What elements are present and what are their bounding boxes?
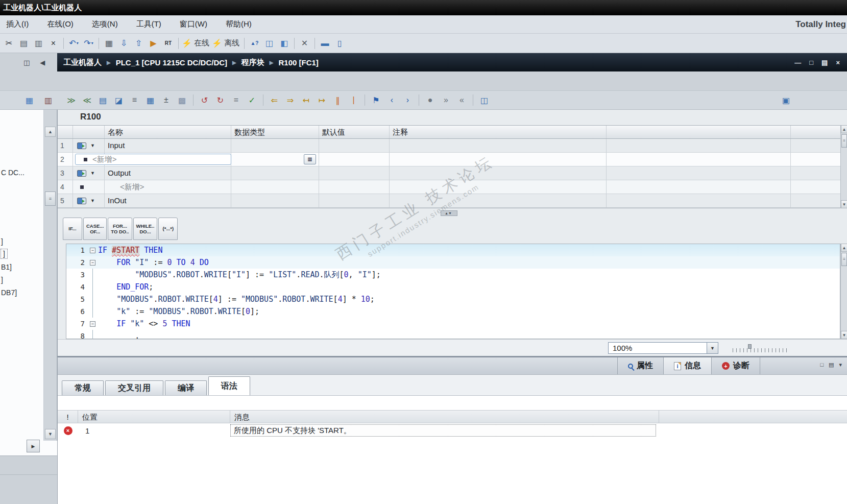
tree-item-fragment[interactable]: ] — [1, 249, 7, 258]
name-cell[interactable]: <新增> — [105, 180, 231, 194]
open-in-editor-icon[interactable]: ▣ — [779, 93, 793, 107]
restore-panel-button[interactable]: □ — [820, 362, 824, 368]
start-runtime-icon[interactable]: RT — [161, 37, 175, 50]
previous-position-icon[interactable]: ⇐ — [268, 93, 281, 107]
append-line-icon[interactable]: ≪ — [80, 93, 94, 107]
favorites-icon[interactable]: ▩ — [175, 93, 189, 107]
name-cell[interactable]: Input — [105, 139, 231, 152]
tab-properties[interactable]: 属性 — [617, 357, 663, 374]
tree-item-fragment[interactable]: ] — [1, 237, 3, 246]
comment-lines-icon[interactable]: ∥ — [331, 93, 345, 107]
name-cell[interactable]: InOut — [105, 194, 231, 207]
splitter-handle[interactable]: ▴▾ — [58, 209, 840, 217]
fold-minus-icon[interactable]: − — [90, 248, 95, 253]
pin-panel-icon[interactable]: ◫ — [23, 59, 30, 66]
default-value-cell[interactable] — [319, 153, 390, 166]
name-cell[interactable]: <新增> — [105, 153, 231, 166]
cross-reference-icon[interactable]: ✕ — [298, 37, 311, 50]
tree-scrollbar-thumb[interactable]: ≡ — [45, 191, 56, 206]
column-header-position[interactable]: 位置 — [78, 411, 230, 423]
menu-item[interactable]: 选项(N) — [92, 19, 118, 29]
indent-icon[interactable]: ↦ — [315, 93, 329, 107]
expand-tree-button[interactable]: ▶ — [27, 440, 40, 452]
close-button[interactable]: × — [836, 59, 840, 66]
code-line[interactable]: 3 "MODBUS".ROBOT.WRITE["I"] := "LIST".RE… — [66, 269, 840, 281]
splitter-grip-icon[interactable]: ▴▾ — [441, 210, 457, 216]
breadcrumb-item[interactable]: 工业机器人 — [63, 58, 102, 67]
code-scroll-up-icon[interactable]: ▲ — [841, 244, 847, 252]
default-value-cell[interactable] — [319, 194, 390, 207]
name-editor-field[interactable]: <新增> — [105, 154, 231, 165]
user-administration-icon[interactable]: ● — [423, 93, 437, 107]
zoom-dropdown-button[interactable]: ▼ — [707, 343, 718, 353]
expand-arrow-icon[interactable]: ▼ — [90, 166, 95, 180]
column-header-datatype[interactable]: 数据类型 — [231, 126, 319, 138]
fold-toggle-icon[interactable]: − — [89, 318, 98, 330]
interface-row[interactable]: 1▼Input — [58, 139, 840, 153]
code-line[interactable]: 1−IF #START THEN — [66, 244, 840, 256]
code-line[interactable]: 8 . — [66, 330, 840, 339]
subtab-交叉引用[interactable]: 交叉引用 — [105, 380, 163, 395]
set-bookmark-icon[interactable]: ⚑ — [369, 93, 383, 107]
datatype-picker-button[interactable]: ▦ — [304, 154, 316, 164]
split-editor-vertical-icon[interactable]: ▯ — [333, 37, 347, 50]
datatype-cell[interactable] — [231, 166, 319, 180]
code-scroll-down-icon[interactable]: ▼ — [841, 331, 847, 339]
column-header-message[interactable]: 消息 — [230, 411, 659, 423]
breadcrumb-item[interactable]: R100 [FC1] — [279, 58, 319, 67]
table-scroll-down-icon[interactable]: ▼ — [841, 200, 847, 208]
redo-icon[interactable]: ↷▾ — [82, 37, 95, 50]
column-header-name[interactable]: 名称 — [105, 126, 231, 138]
menu-item[interactable]: 帮助(H) — [226, 19, 252, 29]
column-header-severity[interactable]: ! — [58, 411, 78, 423]
apply-start-values-icon[interactable]: ↻ — [213, 93, 227, 107]
tree-item-fragment[interactable]: C DC... — [1, 169, 25, 177]
go-offline-button[interactable]: ⚡离线 — [212, 37, 241, 50]
dock-button[interactable]: ▤ — [821, 59, 828, 66]
restore-button[interactable]: □ — [809, 59, 813, 66]
open-block-icon[interactable]: ▤ — [96, 93, 110, 107]
start-simulation-icon[interactable]: ◫ — [262, 37, 276, 50]
minimize-button[interactable]: — — [794, 59, 801, 66]
snippet-comment[interactable]: (*...*) — [158, 218, 178, 240]
network-comments-icon[interactable]: ≡ — [128, 93, 141, 107]
datatype-cell[interactable] — [231, 180, 319, 194]
code-scrollbar-thumb[interactable]: ≡ — [841, 253, 847, 266]
datatype-cell[interactable]: ▦ — [231, 153, 319, 166]
tree-scroll-down-icon[interactable]: ▼ — [45, 429, 56, 439]
code-line[interactable]: 6 "k" := "MODBUS".ROBOT.WRITE[0]; — [66, 305, 840, 318]
subtab-语法[interactable]: 语法 — [208, 376, 250, 395]
default-value-cell[interactable] — [319, 180, 390, 194]
interface-row[interactable]: 4<新增> — [58, 180, 840, 194]
code-line[interactable]: 2− FOR "I" := 0 TO 4 DO — [66, 256, 840, 269]
menu-item[interactable]: 插入(I) — [6, 19, 29, 29]
message-text[interactable]: 所使用的 CPU 不支持块 'START。 — [230, 424, 656, 437]
expand-all-icon[interactable]: » — [439, 93, 453, 107]
column-header-comment[interactable]: 注释 — [390, 126, 607, 138]
breadcrumb-item[interactable]: 程序块 — [241, 58, 264, 67]
delete-icon[interactable]: × — [46, 37, 60, 50]
name-cell[interactable]: Output — [105, 166, 231, 180]
accessible-devices-icon[interactable]: ▲? — [248, 37, 261, 50]
collapse-panel-icon[interactable]: ◀ — [40, 59, 45, 66]
menu-item[interactable]: 在线(O) — [47, 19, 74, 29]
code-line[interactable]: 7− IF "k" <> 5 THEN — [66, 318, 840, 330]
table-scroll-up-icon[interactable]: ▲ — [841, 125, 847, 133]
next-bookmark-icon[interactable]: › — [401, 93, 415, 107]
uncomment-lines-icon[interactable]: | — [347, 93, 360, 107]
tab-diagnostics[interactable]: +诊断 — [711, 357, 760, 374]
interface-row[interactable]: 5▼InOut — [58, 194, 840, 208]
compile-icon[interactable]: ▦ — [102, 37, 116, 50]
subtab-编译[interactable]: 编译 — [165, 380, 207, 395]
insert-network-icon[interactable]: ▦ — [143, 93, 157, 107]
panel-list-button[interactable]: ▤ — [829, 362, 834, 368]
paste-icon[interactable]: ▥ — [32, 37, 45, 50]
fold-toggle-icon[interactable]: − — [89, 256, 98, 269]
expand-arrow-icon[interactable]: ▼ — [90, 194, 95, 207]
snippet-case[interactable]: CASE...OF... — [83, 218, 107, 240]
interface-row[interactable]: 2<新增>▦ — [58, 153, 840, 166]
datatype-cell[interactable] — [231, 139, 319, 152]
fold-minus-icon[interactable]: − — [90, 321, 95, 327]
table-scrollbar-thumb[interactable]: ≡ — [841, 134, 847, 148]
call-structure-icon[interactable]: ◪ — [112, 93, 126, 107]
